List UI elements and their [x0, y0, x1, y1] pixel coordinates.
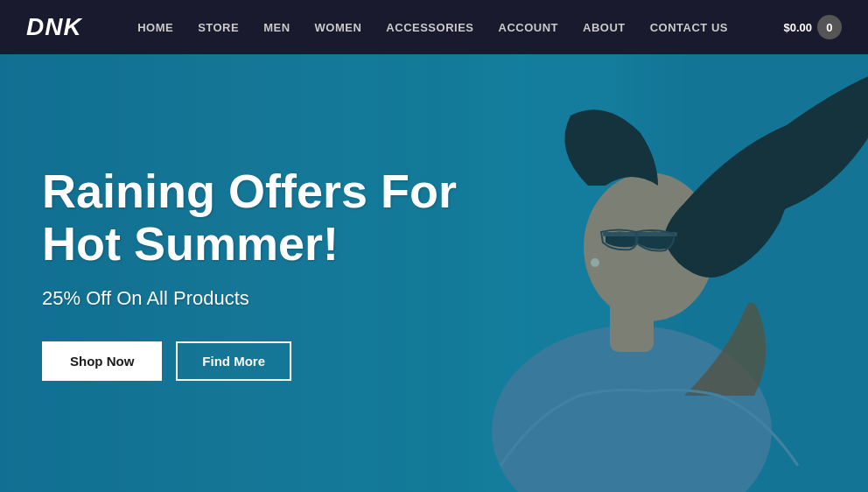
hero-buttons: Shop Now Find More — [42, 341, 472, 381]
nav-item-women[interactable]: WOMEN — [315, 19, 362, 35]
hero-title: Raining Offers For Hot Summer! — [42, 165, 472, 270]
nav-item-accessories[interactable]: ACCESSORIES — [386, 19, 473, 35]
shop-now-button[interactable]: Shop Now — [42, 341, 162, 381]
nav-item-men[interactable]: MEN — [263, 19, 290, 35]
navbar: DNK HOME STORE MEN WOMEN ACCESSORIES ACC… — [0, 0, 868, 54]
cart-count: 0 — [817, 15, 842, 39]
logo[interactable]: DNK — [26, 13, 82, 41]
nav-item-contact[interactable]: CONTACT US — [650, 19, 728, 35]
hero-subtitle: 25% Off On All Products — [42, 287, 472, 310]
hero-content: Raining Offers For Hot Summer! 25% Off O… — [0, 54, 472, 492]
cart-button[interactable]: $0.00 0 — [783, 15, 842, 39]
find-more-button[interactable]: Find More — [176, 341, 291, 381]
nav-item-store[interactable]: STORE — [198, 19, 239, 35]
cart-price: $0.00 — [783, 21, 812, 34]
hero-section: Raining Offers For Hot Summer! 25% Off O… — [0, 54, 868, 492]
nav-item-home[interactable]: HOME — [137, 19, 173, 35]
nav-links: HOME STORE MEN WOMEN ACCESSORIES ACCOUNT… — [137, 19, 728, 35]
nav-item-about[interactable]: ABOUT — [583, 19, 626, 35]
nav-item-account[interactable]: ACCOUNT — [499, 19, 559, 35]
